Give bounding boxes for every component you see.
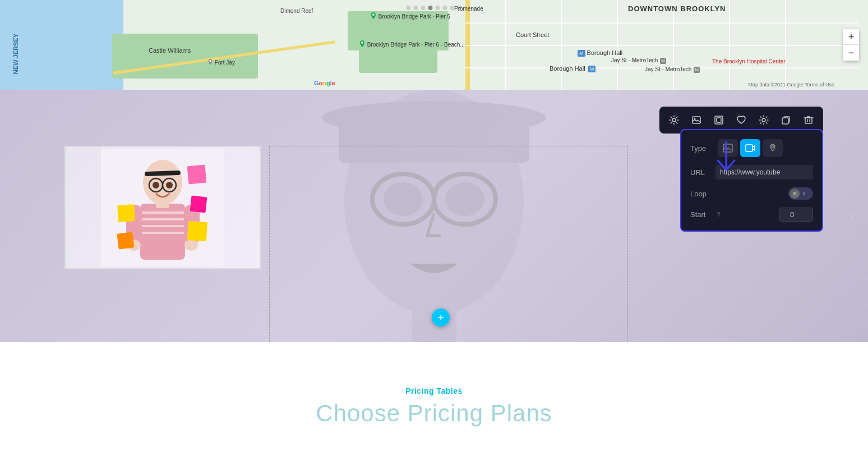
road-v6 (785, 0, 786, 90)
zoom-controls: + − (843, 29, 859, 61)
dot-3[interactable] (421, 6, 426, 10)
svg-rect-41 (782, 118, 788, 124)
frame-button[interactable] (709, 110, 729, 130)
person-figure (101, 149, 224, 266)
bb-park6-label: Brooklyn Bridge Park · Pier 6 - Beach... (359, 40, 465, 49)
svg-rect-42 (805, 118, 812, 123)
google-logo: Google (314, 80, 335, 86)
svg-point-35 (672, 118, 676, 122)
loop-label: Loop (690, 190, 715, 198)
loop-toggle[interactable]: ≡ (788, 187, 813, 200)
map-type-button[interactable] (763, 139, 783, 157)
slider-dots (407, 6, 462, 10)
road-h1 (465, 22, 858, 24)
court-street-label: Court Street (516, 31, 549, 38)
svg-rect-39 (717, 118, 721, 122)
loop-row: Loop ≡ (690, 187, 813, 200)
svg-point-2 (209, 60, 211, 62)
dot-5[interactable] (436, 6, 440, 10)
svg-rect-29 (156, 201, 169, 208)
castle-williams-label: Castle Williams (149, 47, 191, 54)
brooklyn-hospital-label: The Brooklyn Hospital Center (712, 58, 786, 65)
map-section: DOWNTOWN BROOKLYN NEW JERSEY Castle Will… (0, 0, 868, 90)
svg-rect-38 (715, 116, 723, 124)
svg-point-19 (166, 182, 173, 188)
bb-park5-label: Brooklyn Bridge Park · Pier 5 (370, 12, 450, 21)
config-button[interactable] (754, 110, 774, 130)
start-value-input[interactable] (779, 208, 813, 222)
svg-point-18 (153, 182, 159, 188)
road-v5 (729, 0, 730, 90)
dot-2[interactable] (414, 6, 418, 10)
svg-point-48 (772, 145, 774, 148)
toggle-knob (789, 188, 800, 199)
start-help-icon: ? (717, 211, 721, 219)
svg-rect-31 (190, 196, 207, 213)
svg-point-37 (694, 118, 696, 120)
start-row: Start ? (690, 208, 813, 222)
borough-hall-label: Borough Hall M (550, 65, 595, 72)
next-slide-button[interactable]: › (842, 206, 862, 226)
jaystreet2-label: Jay St - MetroTech M (645, 66, 700, 72)
dimond-reef-label: Dimond Reef (280, 8, 313, 14)
image-button[interactable] (686, 110, 707, 130)
map-attribution: Map data ©2021 Google Terms of Use (748, 82, 834, 88)
svg-rect-23 (140, 225, 185, 227)
road-v4 (673, 0, 674, 90)
media-section: + › (0, 90, 868, 342)
road-v2 (561, 0, 562, 90)
svg-point-28 (184, 240, 198, 251)
svg-rect-47 (746, 145, 752, 151)
svg-point-10 (322, 101, 546, 135)
person-photo (64, 146, 261, 269)
fort-jay-label: Fort Jay (207, 59, 235, 67)
svg-rect-32 (117, 204, 135, 222)
svg-rect-21 (140, 211, 185, 214)
svg-rect-24 (140, 232, 185, 234)
person-image-bg (66, 147, 260, 268)
dot-4[interactable] (428, 6, 433, 10)
start-label: Start (690, 210, 715, 219)
pricing-title: Choose Pricing Plans (316, 400, 552, 427)
delete-button[interactable] (798, 110, 819, 130)
promenade-label: Promenade (454, 6, 483, 12)
borough-hall-m-label: M Borough Hall (578, 49, 622, 56)
favorite-button[interactable] (731, 110, 751, 130)
svg-point-40 (762, 118, 765, 122)
blue-arrow-indicator (709, 139, 743, 181)
pricing-section: Pricing Tables Choose Pricing Plans (0, 342, 868, 460)
add-content-button[interactable]: + (432, 309, 450, 326)
downtown-brooklyn-label: DOWNTOWN BROOKLYN (628, 4, 726, 13)
duplicate-button[interactable] (776, 110, 796, 130)
svg-point-0 (372, 13, 375, 16)
jaystreet-label: Jay St - MetroTech M (611, 57, 666, 63)
element-settings-button[interactable] (664, 110, 684, 130)
video-type-button[interactable] (740, 139, 760, 157)
svg-rect-34 (117, 232, 134, 249)
svg-rect-22 (140, 218, 185, 220)
svg-point-1 (361, 42, 363, 44)
zoom-out-button[interactable]: − (843, 45, 859, 61)
road-h2 (465, 45, 858, 46)
zoom-in-button[interactable]: + (843, 29, 859, 45)
road-v1 (505, 0, 506, 90)
url-row: URL (690, 165, 813, 180)
road-v3 (617, 0, 618, 90)
media-type-panel: Type URL Loop (680, 129, 823, 232)
dot-1[interactable] (407, 6, 411, 10)
new-jersey-label: NEW JERSEY (12, 34, 19, 74)
type-row: Type (690, 139, 813, 157)
pricing-section-label: Pricing Tables (405, 387, 463, 395)
svg-rect-33 (187, 221, 207, 241)
dot-6[interactable] (443, 6, 447, 10)
svg-rect-30 (187, 165, 207, 185)
